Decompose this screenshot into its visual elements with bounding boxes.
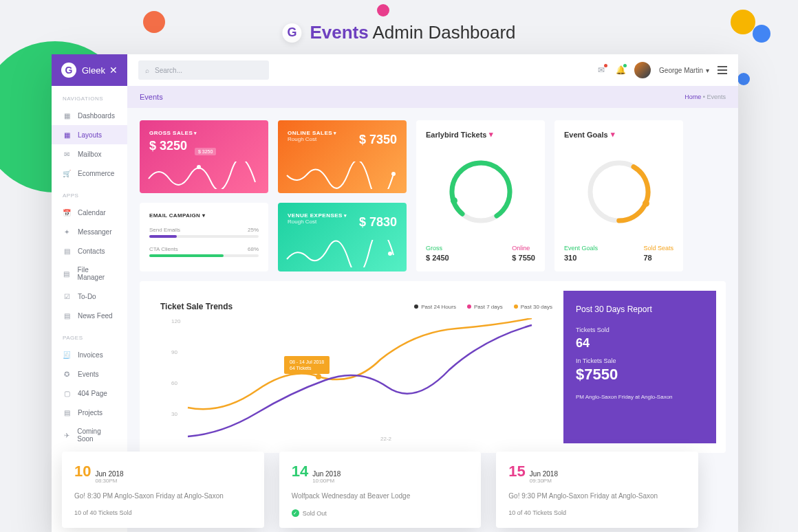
nav-label: News Feed (78, 312, 113, 320)
event-month: Jun 2018 (95, 470, 123, 478)
progress-bar (149, 235, 259, 238)
legend-item[interactable]: Past 7 days (467, 304, 503, 310)
nav-label: Events (78, 370, 99, 378)
nav-header: PAGES (52, 325, 127, 345)
brand-bar: G Gleek ✕ (52, 54, 127, 86)
sidebar-item-invoices[interactable]: 🧾Invoices (52, 345, 127, 364)
stat: Sold Seats78 (643, 245, 673, 262)
nav-label: Dashboards (78, 112, 115, 120)
report-v1: 64 (576, 336, 704, 351)
event-day: 15 (508, 463, 525, 480)
nav-label: Calendar (78, 209, 106, 217)
gross-sales-tile[interactable]: GROSS SALES▾ $ 3250 $ 3250 (140, 120, 268, 193)
event-desc: Go! 8:30 PM Anglo-Saxon Friday at Anglo-… (74, 491, 252, 501)
event-day: 10 (74, 463, 91, 480)
chevron-down-icon: ▾ (344, 213, 347, 218)
nav-label: File Manager (78, 266, 116, 281)
venue-expenses-tile[interactable]: VENUE EXPENSES▾ Rough Cost $ 7830 (278, 203, 407, 271)
donut-chart-icon (443, 154, 519, 230)
sidebar-item-calendar[interactable]: 📅Calendar (52, 203, 127, 222)
report-v2: $7550 (576, 366, 704, 384)
event-month: Jun 2018 (312, 470, 341, 478)
nav-label: Mailbox (78, 151, 101, 158)
nav-icon: ▤ (63, 269, 71, 278)
search-input[interactable]: ⌕ Search... (138, 60, 269, 80)
event-status: 10 of 40 Tickets Sold (74, 509, 252, 516)
nav-icon: ▦ (63, 131, 71, 139)
sidebar-item-file-manager[interactable]: ▤File Manager (52, 261, 127, 287)
nav-label: Messanger (78, 228, 111, 236)
sparkline-icon (283, 162, 400, 189)
legend-item[interactable]: Past 30 days (514, 304, 552, 310)
event-card[interactable]: 15Jun 201809:30PMGo! 9:30 PM Anglo-Saxon… (496, 452, 698, 528)
y-tick: 60 (171, 380, 177, 386)
sidebar-item-news-feed[interactable]: ▤News Feed (52, 306, 127, 325)
report-k1: Tickets Sold (576, 326, 704, 333)
nav-label: Coming Soon (77, 428, 116, 443)
email-campaign-card: EMAIL CAMPAIGN ▾ Send Emails25%CTA Clien… (140, 203, 268, 271)
sidebar-item-mailbox[interactable]: ✉Mailbox (52, 144, 127, 164)
user-menu[interactable]: George Martin▾ (659, 67, 709, 74)
breadcrumb: Home • Events (684, 93, 726, 100)
sparkline-icon (283, 240, 400, 267)
chevron-down-icon[interactable]: ▾ (202, 212, 205, 219)
sidebar-item-ecommerce[interactable]: 🛒Ecommerce (52, 164, 127, 183)
campaign-row: Send Emails25% (149, 227, 259, 233)
nav-icon: 📅 (63, 208, 71, 217)
menu-icon[interactable] (718, 66, 727, 74)
y-tick: 120 (171, 318, 180, 324)
nav-icon: ☑ (63, 292, 71, 300)
chevron-down-icon[interactable]: ▾ (611, 130, 615, 139)
chevron-down-icon[interactable]: ▾ (489, 130, 493, 139)
nav-icon: ▢ (63, 389, 71, 397)
chevron-down-icon: ▾ (334, 131, 337, 135)
svg-point-8 (643, 200, 649, 207)
avatar[interactable] (634, 62, 651, 78)
event-card[interactable]: 14Jun 201810:00PMWolfpack Wednesday at B… (279, 452, 482, 528)
brand-logo-icon: G (61, 63, 76, 78)
chart-title: Ticket Sale Trends (160, 302, 233, 311)
report-title: Post 30 Days Report (576, 304, 704, 314)
online-sub: Rough Cost (288, 136, 337, 142)
sidebar-item-to-do[interactable]: ☑To-Do (52, 287, 127, 306)
sidebar-item-events[interactable]: ✪Events (52, 364, 127, 384)
nav-label: 404 Page (78, 390, 107, 397)
nav-label: Invoices (78, 351, 103, 359)
legend-item[interactable]: Past 24 Hours (414, 304, 456, 310)
sidebar-item-layouts[interactable]: ▦Layouts (52, 125, 127, 144)
tools-icon[interactable]: ✕ (109, 65, 118, 76)
nav-label: Projects (78, 409, 103, 417)
svg-point-1 (391, 172, 396, 176)
breadcrumb-home[interactable]: Home (684, 93, 701, 100)
search-icon: ⌕ (145, 67, 149, 74)
earlybird-title: Earlybird Tickets (426, 131, 486, 139)
page-heading: G Events Admin Dashboard (282, 22, 515, 43)
line-chart-icon (181, 318, 552, 442)
event-card[interactable]: 10Jun 201808:30PMGo! 8:30 PM Anglo-Saxon… (62, 452, 264, 528)
heading-icon: G (282, 23, 301, 43)
mail-icon[interactable]: ✉ (596, 65, 607, 76)
event-month: Jun 2018 (530, 470, 558, 478)
sidebar-item-coming-soon[interactable]: ✈Coming Soon (52, 422, 127, 448)
sidebar-item-messanger[interactable]: ✦Messanger (52, 222, 127, 241)
sparkline-icon (145, 162, 262, 189)
check-icon: ✓ (292, 509, 299, 517)
sidebar-item-404-page[interactable]: ▢404 Page (52, 384, 127, 403)
heading-rest: Admin Dashboard (369, 22, 516, 43)
nav-icon: ✈ (63, 431, 70, 439)
sidebar-item-projects[interactable]: ▤Projects (52, 403, 127, 422)
nav-icon: 🛒 (63, 169, 71, 177)
stat: Online$ 7550 (512, 245, 535, 262)
breadcrumb-bar: Events Home • Events (127, 86, 738, 108)
donut-chart-icon (581, 154, 657, 230)
sidebar-item-contacts[interactable]: ▤Contacts (52, 241, 127, 261)
search-placeholder: Search... (155, 67, 182, 74)
sidebar-item-dashboards[interactable]: ▦Dashboards (52, 106, 127, 125)
event-desc: Wolfpack Wednesday at Beaver Lodge (292, 491, 469, 501)
online-sales-tile[interactable]: ONLINE SALES▾ Rough Cost $ 7350 (278, 120, 407, 193)
brand-name: Gleek (82, 65, 105, 76)
bell-icon[interactable]: 🔔 (615, 65, 626, 76)
nav-icon: ▦ (63, 111, 71, 120)
nav-icon: 🧾 (63, 351, 71, 359)
venue-amount: $ 7830 (359, 215, 397, 230)
